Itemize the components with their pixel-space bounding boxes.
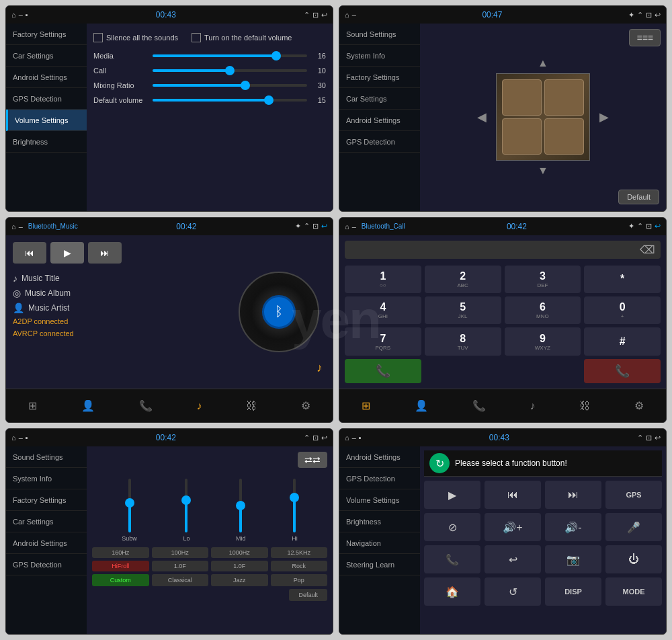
dial-key-0plus[interactable]: 0+ bbox=[584, 296, 661, 324]
sidebar-item-gps[interactable]: GPS Detection bbox=[6, 88, 87, 110]
nav-music-icon[interactable]: ♪ bbox=[191, 397, 207, 415]
freq-160hz[interactable]: 160Hz bbox=[92, 547, 149, 558]
steer-vol-dn[interactable]: 🔊- bbox=[545, 513, 601, 541]
dial-key-8[interactable]: 8TUV bbox=[425, 327, 501, 355]
arrow-down-btn[interactable]: ▼ bbox=[538, 165, 548, 177]
val-1f-1[interactable]: 1.0F bbox=[152, 561, 209, 571]
steer-mode[interactable]: MODE bbox=[605, 577, 662, 606]
default-button[interactable]: Default bbox=[618, 190, 659, 204]
sidebar-item-steer6[interactable]: Steering Learn bbox=[339, 554, 420, 575]
steer-vol-up[interactable]: 🔊+ bbox=[485, 513, 541, 541]
eq-icon-btn[interactable]: ⇄⇄ bbox=[298, 452, 327, 468]
dial-key-star[interactable]: * bbox=[584, 266, 661, 293]
val-hiroll[interactable]: HiFroll bbox=[92, 561, 149, 571]
defvol-slider-track[interactable] bbox=[153, 99, 307, 102]
call-slider-track[interactable] bbox=[153, 69, 307, 72]
next-btn[interactable]: ⏭ bbox=[88, 242, 122, 264]
dial-key-9[interactable]: 9WXYZ bbox=[505, 327, 581, 355]
preset-jazz[interactable]: Jazz bbox=[211, 574, 268, 586]
sidebar-item-factory[interactable]: Factory Settings bbox=[6, 24, 87, 45]
eq-mid-thumb[interactable] bbox=[236, 501, 245, 510]
sidebar-item-gps6[interactable]: GPS Detection bbox=[339, 468, 420, 489]
eq-lo-thumb[interactable] bbox=[181, 495, 191, 505]
sidebar-item-vol6[interactable]: Volume Settings bbox=[339, 489, 420, 511]
nav-user-icon[interactable]: 👤 bbox=[76, 397, 100, 415]
eq-icon-display[interactable]: ≡≡≡ bbox=[629, 29, 661, 46]
freq-1000hz[interactable]: 1000Hz bbox=[211, 547, 268, 558]
dial-key-6[interactable]: 6MNO bbox=[505, 296, 581, 324]
sidebar-item-car2[interactable]: Car Settings bbox=[339, 88, 420, 110]
steer-back[interactable]: ↩ bbox=[485, 545, 541, 573]
nav-user-icon-4[interactable]: 👤 bbox=[409, 397, 433, 415]
backspace-btn[interactable]: ⌫ bbox=[640, 243, 655, 256]
dial-key-7[interactable]: 7PQRS bbox=[345, 327, 421, 355]
sidebar-item-factory2[interactable]: Factory Settings bbox=[339, 67, 420, 88]
eq-mid-track[interactable] bbox=[239, 479, 242, 532]
media-slider-thumb[interactable] bbox=[271, 51, 281, 61]
play-btn[interactable]: ▶ bbox=[50, 242, 84, 264]
steer-play[interactable]: ▶ bbox=[424, 481, 480, 509]
sidebar-item-nav6[interactable]: Navigation bbox=[339, 532, 420, 554]
steer-prev[interactable]: ⏮ bbox=[485, 481, 541, 509]
mixing-slider-track[interactable] bbox=[153, 84, 307, 87]
nav-grid-icon-4[interactable]: ⊞ bbox=[356, 397, 376, 415]
freq-100hz[interactable]: 100Hz bbox=[152, 547, 209, 558]
nav-grid-icon[interactable]: ⊞ bbox=[23, 397, 42, 415]
mixing-slider-thumb[interactable] bbox=[241, 81, 250, 90]
sidebar-item-factory5[interactable]: Factory Settings bbox=[6, 489, 87, 511]
sidebar-item-sound[interactable]: Sound Settings bbox=[339, 24, 420, 45]
steer-gps[interactable]: GPS bbox=[605, 481, 662, 509]
steer-rotate[interactable]: ↺ bbox=[485, 577, 541, 606]
call-slider-thumb[interactable] bbox=[225, 66, 235, 75]
nav-music-icon-4[interactable]: ♪ bbox=[524, 397, 540, 415]
steer-mute[interactable]: ⊘ bbox=[424, 513, 480, 541]
refresh-icon[interactable]: ↻ bbox=[429, 453, 450, 473]
sidebar-item-android[interactable]: Android Settings bbox=[6, 67, 87, 88]
steer-phone[interactable]: 📞 bbox=[424, 545, 480, 573]
dial-key-5[interactable]: 5JKL bbox=[425, 296, 501, 324]
prev-btn[interactable]: ⏮ bbox=[13, 242, 46, 264]
sidebar-item-sysinfo[interactable]: System Info bbox=[339, 45, 420, 67]
preset-custom[interactable]: Custom bbox=[92, 574, 149, 586]
eq-hi-track[interactable] bbox=[293, 479, 296, 532]
nav-phone-icon-4[interactable]: 📞 bbox=[467, 397, 491, 415]
right-arrow-btn[interactable]: ▶ bbox=[597, 107, 612, 127]
dial-key-4[interactable]: 4GHI bbox=[345, 296, 421, 324]
dial-key-3[interactable]: 3DEF bbox=[505, 266, 581, 293]
dial-input-field[interactable] bbox=[350, 244, 640, 255]
silence-checkbox-box[interactable] bbox=[93, 33, 103, 42]
nav-link-icon[interactable]: ⛓ bbox=[241, 397, 262, 415]
steer-disp[interactable]: DISP bbox=[545, 577, 601, 606]
sidebar-item-android2[interactable]: Android Settings bbox=[339, 110, 420, 131]
eq-lo-track[interactable] bbox=[185, 479, 187, 532]
eq-subw-track[interactable] bbox=[128, 479, 131, 532]
sidebar-item-android5[interactable]: Android Settings bbox=[6, 532, 87, 554]
defvol-slider-thumb[interactable] bbox=[264, 95, 274, 105]
sidebar-item-car5[interactable]: Car Settings bbox=[6, 511, 87, 532]
sidebar-item-sound5[interactable]: Sound Settings bbox=[6, 446, 87, 468]
nav-settings-icon-4[interactable]: ⚙ bbox=[629, 397, 649, 415]
eq-default-btn[interactable]: Default bbox=[289, 589, 327, 601]
val-1f-2[interactable]: 1.0F bbox=[211, 561, 268, 571]
sidebar-item-gps2[interactable]: GPS Detection bbox=[339, 131, 420, 153]
media-slider-track[interactable] bbox=[153, 54, 307, 57]
default-vol-checkbox[interactable]: Turn on the default volume bbox=[192, 33, 292, 42]
sidebar-item-sysinfo5[interactable]: System Info bbox=[6, 468, 87, 489]
eq-subw-thumb[interactable] bbox=[125, 498, 134, 508]
call-button[interactable]: 📞 bbox=[345, 359, 421, 383]
steer-cam[interactable]: 📷 bbox=[545, 545, 601, 573]
sidebar-item-car[interactable]: Car Settings bbox=[6, 45, 87, 67]
preset-classical[interactable]: Classical bbox=[152, 574, 209, 586]
nav-settings-icon[interactable]: ⚙ bbox=[296, 397, 316, 415]
nav-link-icon-4[interactable]: ⛓ bbox=[574, 397, 595, 415]
dial-key-1[interactable]: 1○○ bbox=[345, 266, 421, 293]
silence-checkbox[interactable]: Silence all the sounds bbox=[93, 33, 178, 42]
dial-key-hash[interactable]: # bbox=[584, 327, 661, 355]
left-arrow-btn[interactable]: ◀ bbox=[474, 107, 489, 127]
dial-key-2[interactable]: 2ABC bbox=[425, 266, 501, 293]
steer-power[interactable]: ⏻ bbox=[605, 545, 662, 573]
freq-12khz[interactable]: 12.5KHz bbox=[271, 547, 328, 558]
eq-hi-thumb[interactable] bbox=[290, 493, 299, 502]
sidebar-item-gps5[interactable]: GPS Detection bbox=[6, 554, 87, 575]
steer-next[interactable]: ⏭ bbox=[545, 481, 601, 509]
